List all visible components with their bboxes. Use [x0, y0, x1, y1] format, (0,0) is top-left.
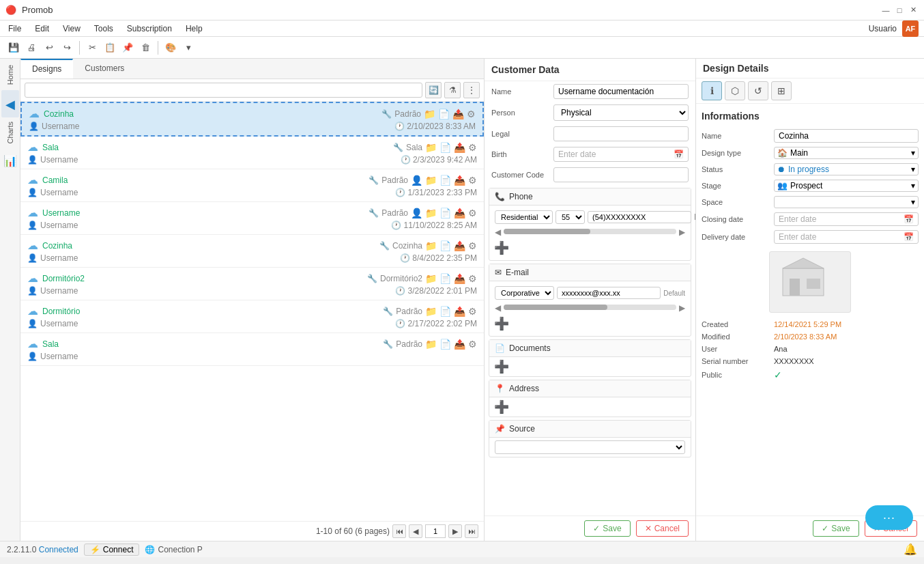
export-icon[interactable]: 📤	[454, 273, 465, 284]
export-icon[interactable]: 📤	[452, 109, 464, 119]
menu-subscription[interactable]: Subscription	[124, 23, 175, 35]
save-toolbar-button[interactable]: 💾	[5, 40, 22, 56]
space-select[interactable]: ▾	[774, 196, 919, 208]
last-page-button[interactable]: ⏭	[465, 524, 478, 538]
email-input[interactable]	[557, 287, 661, 299]
search-input[interactable]	[25, 83, 422, 98]
settings-icon[interactable]: ⚙	[468, 208, 477, 218]
refresh-button[interactable]: 🔄	[425, 82, 442, 98]
details-save-button[interactable]: ✓ Save	[813, 520, 858, 537]
scroll-right-arrow[interactable]: ▶	[679, 227, 685, 237]
folder-icon[interactable]: 📁	[425, 273, 437, 284]
more-button[interactable]: ⋮	[463, 82, 480, 98]
design-type-select[interactable]: 🏠 Main ▾	[774, 147, 919, 159]
refresh-button[interactable]: ↺	[748, 81, 768, 100]
folder-icon[interactable]: 📁	[425, 306, 437, 317]
export-icon[interactable]: 📤	[454, 142, 465, 153]
nav-back[interactable]: ◀	[1, 90, 19, 117]
birth-date[interactable]: Enter date 📅	[553, 147, 689, 162]
maximize-button[interactable]: □	[894, 5, 905, 16]
color-toolbar-button[interactable]: 🎨	[162, 40, 179, 56]
prev-page-button[interactable]: ◀	[409, 524, 422, 538]
list-item[interactable]: ☁ Sala 🔧 Padrão 📁 📄 📤 ⚙	[20, 333, 484, 366]
person-icon[interactable]: 👤	[411, 208, 422, 218]
notification-icon[interactable]: 🔔	[904, 543, 917, 556]
source-select[interactable]	[495, 440, 685, 454]
redo-toolbar-button[interactable]: ↪	[59, 40, 75, 56]
customer-save-button[interactable]: ✓ Save	[584, 520, 630, 537]
close-button[interactable]: ✕	[908, 5, 919, 16]
nav-home[interactable]: Home	[1, 61, 19, 89]
calendar-icon[interactable]: 📅	[904, 232, 914, 242]
filter-button[interactable]: ⚗	[444, 82, 461, 98]
copy-icon[interactable]: 📄	[439, 208, 451, 218]
phone-type-select[interactable]: Residential	[495, 210, 553, 224]
page-input[interactable]	[425, 524, 446, 538]
list-item[interactable]: ☁ Cozinha 🔧 Cozinha 📁 📄 📤 ⚙	[20, 235, 484, 268]
add-address-button[interactable]: ➕	[495, 400, 508, 414]
menu-help[interactable]: Help	[183, 23, 205, 35]
list-item[interactable]: ☁ Sala 🔧 Sala 📁 📄 📤 ⚙	[20, 137, 484, 169]
add-email-button[interactable]: ➕	[495, 317, 508, 330]
calendar-icon[interactable]: 📅	[674, 150, 684, 159]
folder-icon[interactable]: 📁	[425, 240, 437, 251]
person-icon[interactable]: 👤	[411, 175, 422, 186]
undo-toolbar-button[interactable]: ↩	[41, 40, 57, 56]
add-phone-button[interactable]: ➕	[495, 241, 508, 255]
tab-designs[interactable]: Designs	[20, 59, 73, 79]
list-item[interactable]: ☁ Username 🔧 Padrão 👤 📁 📄 📤	[20, 202, 484, 235]
legal-input[interactable]	[553, 126, 689, 141]
phone-number-input[interactable]	[588, 211, 691, 223]
menu-file[interactable]: File	[5, 23, 24, 35]
list-item[interactable]: ☁ Dormitório 🔧 Padrão 📁 📄 📤 ⚙	[20, 300, 484, 333]
settings-icon[interactable]: ⚙	[468, 339, 477, 350]
paste-toolbar-button[interactable]: 📌	[119, 40, 136, 56]
add-document-button[interactable]: ➕	[495, 360, 508, 373]
folder-icon[interactable]: 📁	[425, 339, 437, 350]
email-type-select[interactable]: Corporative	[495, 286, 554, 300]
settings-icon[interactable]: ⚙	[468, 175, 477, 186]
tab-customers[interactable]: Customers	[73, 59, 136, 79]
scroll-right-arrow[interactable]: ▶	[679, 303, 685, 313]
settings-icon[interactable]: ⚙	[468, 240, 477, 251]
connect-button[interactable]: ⚡ Connect	[84, 544, 140, 556]
copy-icon[interactable]: 📄	[438, 109, 450, 119]
folder-icon[interactable]: 📁	[425, 142, 437, 153]
scroll-left-arrow[interactable]: ◀	[495, 227, 501, 237]
info-button[interactable]: ℹ	[702, 81, 722, 100]
settings-icon[interactable]: ⚙	[468, 273, 477, 284]
copy-icon[interactable]: 📄	[439, 142, 451, 153]
copy-toolbar-button[interactable]: 📋	[102, 40, 118, 56]
export-icon[interactable]: 📤	[454, 306, 465, 317]
chat-bubble[interactable]: ···	[865, 505, 913, 530]
scroll-left-arrow[interactable]: ◀	[495, 303, 501, 313]
export-icon[interactable]: 📤	[454, 208, 465, 218]
menu-view[interactable]: View	[60, 23, 83, 35]
folder-icon[interactable]: 📁	[425, 175, 437, 186]
folder-icon[interactable]: 📁	[425, 208, 437, 218]
status-select[interactable]: ⏺ In progress ▾	[774, 163, 919, 175]
nav-charts[interactable]: Charts	[1, 119, 19, 146]
detail-name-input[interactable]	[774, 129, 919, 143]
dropdown-toolbar-button[interactable]: ▾	[180, 40, 197, 56]
copy-icon[interactable]: 📄	[439, 273, 451, 284]
network-button[interactable]: ⬡	[725, 81, 745, 100]
next-page-button[interactable]: ▶	[448, 524, 462, 538]
customer-cancel-button[interactable]: ✕ Cancel	[636, 520, 689, 537]
copy-icon[interactable]: 📄	[439, 339, 451, 350]
export-icon[interactable]: 📤	[454, 175, 465, 186]
copy-icon[interactable]: 📄	[439, 175, 451, 186]
person-select[interactable]: Physical Legal	[553, 104, 689, 121]
first-page-button[interactable]: ⏮	[392, 524, 406, 538]
settings-icon[interactable]: ⚙	[467, 109, 476, 119]
list-item[interactable]: ☁ Dormitório2 🔧 Dormitório2 📁 📄 📤 ⚙	[20, 268, 484, 300]
minimize-button[interactable]: —	[880, 5, 891, 16]
delivery-date-input[interactable]: Enter date 📅	[774, 230, 919, 244]
settings-icon[interactable]: ⚙	[468, 142, 477, 153]
customer-code-input[interactable]	[553, 167, 689, 182]
settings-icon[interactable]: ⚙	[468, 306, 477, 317]
export-icon[interactable]: 📤	[454, 240, 465, 251]
menu-tools[interactable]: Tools	[91, 23, 116, 35]
name-input[interactable]	[553, 84, 689, 99]
list-item[interactable]: ☁ Cozinha 🔧 Padrão 📁 📄 📤 ⚙	[20, 102, 484, 137]
